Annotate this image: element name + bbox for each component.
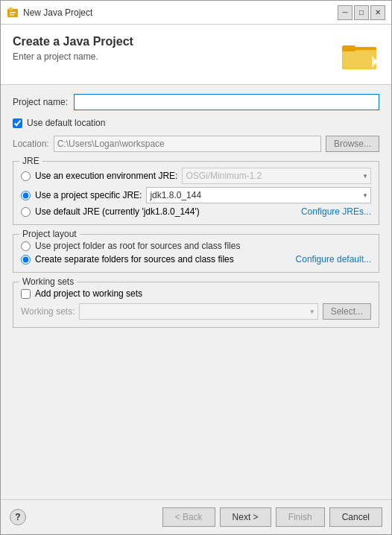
title-bar: New Java Project ─ □ ✕ — [1, 1, 391, 25]
working-sets-checkbox-row: Add project to working sets — [21, 288, 371, 299]
jre-default-row: Use default JRE (currently 'jdk1.8.0_144… — [21, 206, 371, 217]
use-default-location-checkbox[interactable] — [13, 118, 22, 128]
configure-default-link[interactable]: Configure default... — [296, 254, 371, 265]
project-name-row: Project name: — [13, 94, 379, 110]
jre-group: JRE Use an execution environment JRE: OS… — [13, 161, 379, 225]
footer-right: < Back Next > Finish Cancel — [162, 507, 382, 527]
svg-rect-1 — [9, 7, 13, 10]
project-layout-group: Project layout Use project folder as roo… — [13, 234, 379, 273]
project-name-label: Project name: — [13, 97, 68, 107]
working-sets-select-row: Working sets: Select... — [21, 303, 371, 320]
close-button[interactable]: ✕ — [370, 5, 385, 20]
add-to-working-sets-label: Add project to working sets — [35, 288, 142, 299]
finish-button[interactable]: Finish — [276, 507, 325, 527]
cancel-button[interactable]: Cancel — [329, 507, 382, 527]
maximize-button[interactable]: □ — [354, 5, 369, 20]
svg-rect-7 — [344, 51, 375, 68]
use-default-location-label: Use default location — [27, 118, 105, 128]
header-section: Create a Java Project Enter a project na… — [1, 25, 391, 85]
location-row: Location: Browse... — [13, 136, 379, 152]
jre-env-radio[interactable] — [21, 171, 31, 181]
jre-env-select[interactable]: OSGi/Minimum-1.2 — [182, 168, 371, 184]
help-button[interactable]: ? — [10, 509, 26, 525]
layout-root-radio[interactable] — [21, 241, 31, 251]
jre-env-select-wrapper: OSGi/Minimum-1.2 — [182, 168, 371, 184]
layout-separate-label: Create separate folders for sources and … — [35, 254, 234, 265]
jre-group-title: JRE — [19, 156, 42, 166]
main-window: New Java Project ─ □ ✕ Create a Java Pro… — [0, 0, 392, 535]
jre-env-label: Use an execution environment JRE: — [35, 171, 177, 181]
jre-specific-label: Use a project specific JRE: — [35, 190, 142, 200]
location-label: Location: — [13, 139, 49, 149]
layout-separate-radio[interactable] — [21, 255, 31, 265]
footer: ? < Back Next > Finish Cancel — [1, 499, 391, 534]
working-sets-select[interactable] — [79, 303, 317, 320]
layout-separate-left: Create separate folders for sources and … — [21, 254, 234, 265]
jre-default-left: Use default JRE (currently 'jdk1.8.0_144… — [21, 206, 200, 217]
next-button[interactable]: Next > — [220, 507, 271, 527]
page-title: Create a Java Project — [13, 35, 133, 48]
project-layout-title: Project layout — [19, 229, 80, 239]
layout-root-row: Use project folder as root for sources a… — [21, 241, 371, 251]
jre-env-row: Use an execution environment JRE: OSGi/M… — [21, 168, 371, 184]
working-sets-group: Working sets Add project to working sets… — [13, 282, 379, 328]
jre-specific-radio[interactable] — [21, 191, 31, 200]
add-to-working-sets-checkbox[interactable] — [21, 289, 31, 299]
jre-specific-select-wrapper: jdk1.8.0_144 — [146, 187, 371, 203]
window-icon — [7, 7, 19, 19]
page-subtitle: Enter a project name. — [13, 51, 133, 62]
jre-specific-select[interactable]: jdk1.8.0_144 — [146, 187, 371, 203]
footer-left: ? — [10, 509, 26, 525]
jre-default-label: Use default JRE (currently 'jdk1.8.0_144… — [35, 206, 200, 217]
svg-rect-6 — [342, 45, 355, 51]
working-sets-title: Working sets — [19, 276, 77, 287]
working-sets-label: Working sets: — [21, 306, 75, 317]
browse-button[interactable]: Browse... — [326, 136, 379, 152]
layout-root-label: Use project folder as root for sources a… — [35, 241, 240, 251]
title-bar-text: New Java Project — [23, 7, 333, 18]
svg-rect-9 — [373, 60, 379, 63]
project-name-input[interactable] — [74, 94, 379, 110]
use-default-location-row: Use default location — [13, 118, 379, 128]
working-sets-select-wrapper — [79, 303, 317, 320]
configure-jres-link[interactable]: Configure JREs... — [301, 206, 371, 217]
layout-separate-row: Create separate folders for sources and … — [21, 254, 371, 265]
header-text: Create a Java Project Enter a project na… — [13, 35, 133, 62]
title-bar-controls: ─ □ ✕ — [338, 5, 385, 20]
working-sets-select-button[interactable]: Select... — [323, 303, 371, 320]
jre-specific-row: Use a project specific JRE: jdk1.8.0_144 — [21, 187, 371, 203]
svg-rect-2 — [10, 12, 16, 13]
working-sets-content: Add project to working sets Working sets… — [21, 288, 371, 320]
back-button[interactable]: < Back — [162, 507, 215, 527]
svg-rect-3 — [10, 14, 14, 16]
content-area: Project name: Use default location Locat… — [1, 85, 391, 499]
location-input[interactable] — [54, 136, 321, 152]
minimize-button[interactable]: ─ — [338, 5, 353, 20]
jre-default-radio[interactable] — [21, 207, 31, 217]
folder-icon — [341, 35, 379, 74]
